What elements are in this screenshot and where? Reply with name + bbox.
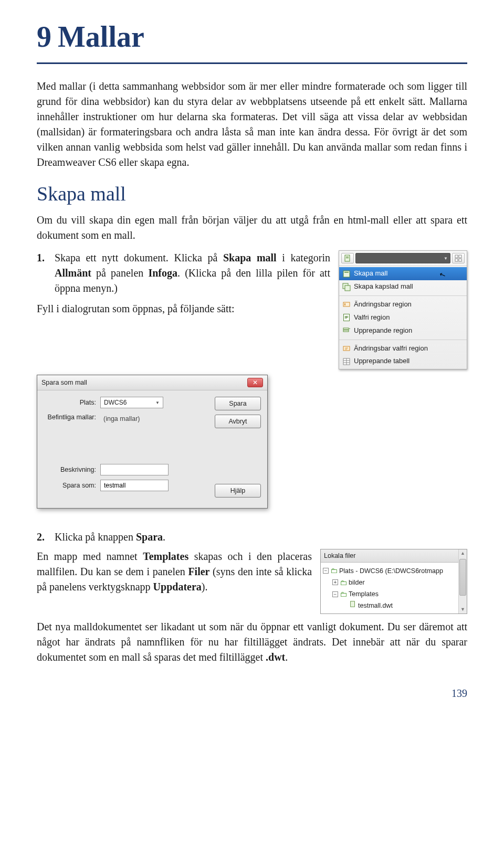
beskrivning-input[interactable] [100, 464, 169, 475]
beskrivning-label: Beskrivning: [44, 465, 96, 474]
files-tree-body: − 🗀 Plats - DWCS6 (E:\DWCS6rotmapp + 🗀 b… [321, 563, 467, 613]
menu-item-label: Skapa mall [354, 269, 387, 279]
dialog-titlebar: Spara som mall ✕ [37, 375, 267, 390]
menu-item-label: Valfri region [354, 313, 390, 323]
site-icon: 🗀 [330, 565, 338, 576]
menu-item-upprepande-tabell[interactable]: Upprepande tabell [339, 355, 467, 368]
file-icon [349, 600, 356, 610]
template-icon [342, 270, 351, 278]
expand-icon[interactable]: + [332, 579, 338, 585]
svg-rect-3 [455, 255, 458, 258]
menu-item-kapslad-mall[interactable]: Skapa kapslad mall [339, 280, 467, 293]
menu-item-andringsbar[interactable]: Ändringsbar region [339, 298, 467, 311]
svg-rect-7 [343, 271, 350, 277]
templates-text-col: En mapp med namnet Templates skapas och … [37, 549, 312, 602]
menu-item-label: Upprepande region [354, 326, 412, 336]
chapter-number: 9 [37, 20, 51, 53]
svg-rect-8 [344, 272, 349, 273]
section-heading: Skapa mall [37, 179, 467, 208]
page-number: 139 [37, 686, 467, 701]
svg-rect-10 [345, 285, 350, 291]
step-2-num: 2. [37, 530, 55, 545]
tree-root[interactable]: − 🗀 Plats - DWCS6 (E:\DWCS6rotmapp [323, 565, 457, 576]
svg-rect-2 [346, 258, 349, 258]
menu-dark-dropdown[interactable] [355, 253, 450, 263]
menu-item-upprepande[interactable]: Upprepande region [339, 324, 467, 337]
save-as-template-dialog: Spara som mall ✕ Plats: DWCS6 Befintliga… [37, 375, 268, 509]
step-1: 1. Skapa ett nytt dokument. Klicka på Sk… [37, 250, 330, 296]
grid-icon [454, 254, 463, 262]
cancel-button[interactable]: Avbryt [215, 415, 261, 428]
section-intro: Om du vill skapa din egen mall från börj… [37, 213, 467, 243]
svg-rect-11 [343, 302, 350, 306]
files-panel: Lokala filer − 🗀 Plats - DWCS6 (E:\DWCS6… [320, 549, 467, 613]
menu-header [339, 251, 467, 266]
tree-folder-bilder[interactable]: + 🗀 bilder [323, 577, 457, 588]
svg-rect-4 [459, 255, 461, 258]
menu-section-2: Ändringsbar region IF Valfri region Uppr… [339, 297, 467, 338]
editable-region-icon [342, 300, 351, 309]
menu-item-label: Ändringsbar region [354, 300, 412, 310]
repeating-region-icon [342, 326, 351, 335]
templates-paragraph: En mapp med namnet Templates skapas och … [37, 549, 312, 595]
menu-divider [339, 295, 467, 296]
doc-icon [343, 254, 352, 262]
final-paragraph: Det nya malldokumentet ser likadant ut s… [37, 619, 467, 665]
dialog-title-text: Spara som mall [41, 378, 87, 387]
svg-rect-6 [459, 259, 461, 261]
chapter-heading: 9Mallar [37, 16, 467, 64]
template-menu-panel: Skapa mall ↖ Skapa kapslad mall Ändrings… [339, 250, 467, 369]
menu-item-valfri[interactable]: IF Valfri region [339, 311, 467, 324]
files-panel-header: Lokala filer [321, 549, 467, 563]
dialog-body: Plats: DWCS6 Befintliga mallar: (inga ma… [37, 390, 267, 508]
svg-rect-20 [351, 601, 355, 607]
sparasom-label: Spara som: [44, 481, 96, 490]
save-button[interactable]: Spara [215, 397, 261, 410]
help-button[interactable]: Hjälp [215, 484, 261, 497]
svg-rect-13 [343, 330, 349, 332]
menu-divider [339, 340, 467, 340]
menu-header-btn-2[interactable] [452, 253, 465, 263]
menu-item-label: Upprepande tabell [354, 356, 410, 366]
menu-item-label: Skapa kapslad mall [354, 282, 413, 292]
collapse-icon[interactable]: − [332, 591, 338, 597]
tree-folder-templates[interactable]: − 🗀 Templates [323, 588, 457, 600]
menu-item-andringsbar-valfri[interactable]: IF Ändringsbar valfri region [339, 342, 467, 355]
plats-label: Plats: [44, 398, 96, 407]
plats-select[interactable]: DWCS6 [100, 397, 163, 408]
menu-item-skapa-mall[interactable]: Skapa mall ↖ [339, 267, 467, 280]
tree-file-testmall[interactable]: testmall.dwt [323, 600, 457, 611]
repeating-table-icon [342, 357, 351, 366]
sparasom-input[interactable] [100, 480, 169, 491]
fill-dialog-text: Fyll i dialogrutan som öppnas, på följan… [37, 301, 330, 316]
step1-row: 1. Skapa ett nytt dokument. Klicka på Sk… [37, 250, 467, 369]
editable-optional-icon: IF [342, 344, 351, 353]
menu-item-label: Ändringsbar valfri region [354, 344, 428, 354]
collapse-icon[interactable]: − [323, 568, 329, 574]
scroll-thumb[interactable] [459, 559, 466, 596]
folder-icon: 🗀 [340, 589, 347, 599]
menu-section-1: Skapa mall ↖ Skapa kapslad mall [339, 266, 467, 294]
folder-icon: 🗀 [340, 577, 347, 588]
intro-paragraph: Med mallar (i detta sammanhang webbsidor… [37, 79, 467, 170]
templates-row: En mapp med namnet Templates skapas och … [37, 549, 467, 613]
cursor-icon: ↖ [438, 269, 447, 281]
dialog-close-button[interactable]: ✕ [247, 378, 263, 387]
chapter-title: Mallar [58, 20, 144, 53]
svg-text:IF: IF [345, 347, 348, 351]
scrollbar[interactable] [458, 549, 467, 613]
nested-template-icon [342, 283, 351, 291]
svg-rect-12 [343, 328, 349, 330]
menu-header-btn-1[interactable] [341, 253, 354, 263]
step1-text-col: 1. Skapa ett nytt dokument. Klicka på Sk… [37, 250, 330, 324]
existing-label: Befintliga mallar: [44, 412, 96, 422]
svg-rect-5 [455, 259, 458, 261]
step-2: 2. Klicka på knappen Spara. [37, 530, 467, 545]
menu-section-3: IF Ändringsbar valfri region Upprepande … [339, 341, 467, 369]
existing-templates-list[interactable]: (inga mallar) [100, 412, 190, 424]
svg-rect-1 [346, 257, 349, 257]
step-1-text: Skapa ett nytt dokument. Klicka på Skapa… [55, 250, 330, 296]
step-1-num: 1. [37, 250, 55, 296]
optional-region-icon: IF [342, 313, 351, 322]
step-2-text: Klicka på knappen Spara. [55, 530, 467, 545]
